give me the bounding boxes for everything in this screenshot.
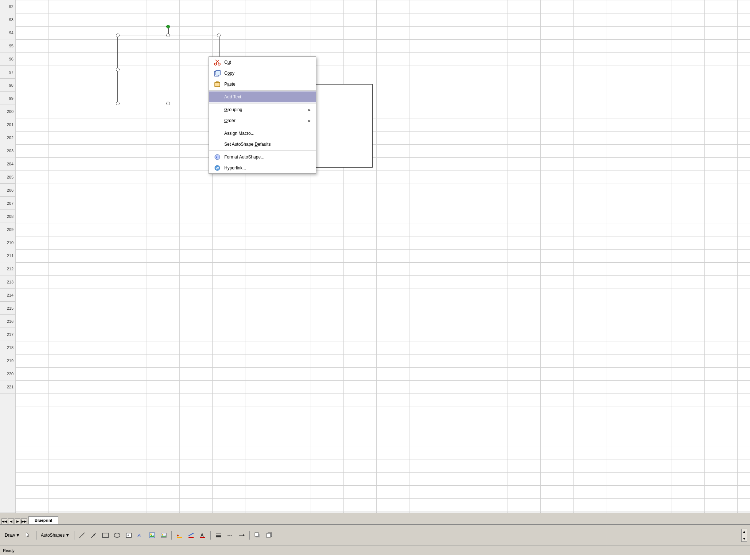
svg-point-19 bbox=[150, 533, 152, 535]
separator-4 bbox=[209, 150, 316, 151]
row-header: 212 bbox=[0, 262, 15, 275]
arrow-tool-button[interactable] bbox=[89, 530, 99, 540]
paste-icon bbox=[213, 80, 221, 88]
row-header: 208 bbox=[0, 210, 15, 223]
row-header: 93 bbox=[0, 13, 15, 26]
handle-top-right[interactable] bbox=[217, 34, 221, 37]
svg-rect-38 bbox=[267, 534, 270, 537]
clipart-button[interactable] bbox=[147, 530, 157, 540]
row-header: 214 bbox=[0, 289, 15, 302]
handle-mid-left[interactable] bbox=[116, 68, 120, 71]
draw-dropdown[interactable]: Draw ▼ bbox=[3, 530, 22, 540]
svg-text:♦: ♦ bbox=[177, 533, 179, 537]
shape-rectangle[interactable] bbox=[117, 35, 219, 104]
line-tool-button[interactable] bbox=[77, 530, 87, 540]
menu-item-format-autoshape[interactable]: Format AutoShape... bbox=[209, 152, 316, 162]
bottom-area: ◀◀ ◀ ▶ ▶▶ Blueprint Draw ▼ AutoShapes ▼ bbox=[0, 513, 750, 560]
menu-item-paste[interactable]: Paste bbox=[209, 79, 316, 90]
row-header: 98 bbox=[0, 79, 15, 92]
menu-item-assign-macro[interactable]: Assign Macro... bbox=[209, 128, 316, 139]
toolbar-sep-3 bbox=[171, 531, 172, 540]
rotation-handle[interactable] bbox=[166, 25, 170, 28]
wordart-tool-button[interactable]: A bbox=[135, 530, 145, 540]
rectangle-tool-button[interactable] bbox=[100, 530, 110, 540]
toolbar-sep-1 bbox=[36, 531, 36, 540]
svg-rect-37 bbox=[255, 533, 259, 536]
selected-shape[interactable] bbox=[114, 25, 223, 105]
insert-picture-button[interactable] bbox=[159, 530, 169, 540]
row-header: 207 bbox=[0, 197, 15, 210]
separator-1 bbox=[209, 90, 316, 91]
grouping-label: Grouping bbox=[224, 107, 308, 112]
tab-last-button[interactable]: ▶▶ bbox=[21, 518, 27, 524]
shape-rectangle-2[interactable] bbox=[314, 84, 373, 168]
menu-item-hyperlink[interactable]: W Hyperlink... bbox=[209, 162, 316, 173]
threed-button[interactable] bbox=[264, 530, 274, 540]
order-icon bbox=[213, 117, 221, 125]
context-menu: Cut Copy bbox=[209, 56, 316, 174]
tab-prev-button[interactable]: ◀ bbox=[8, 518, 14, 524]
menu-item-order[interactable]: Order ► bbox=[209, 115, 316, 126]
handle-bot-left[interactable] bbox=[116, 102, 120, 105]
tab-navigation: ◀◀ ◀ ▶ ▶▶ bbox=[0, 518, 28, 524]
format-autoshape-label: Format AutoShape... bbox=[224, 154, 311, 160]
copy-icon bbox=[213, 69, 221, 77]
svg-rect-7 bbox=[215, 82, 220, 87]
toolbar-scrollbar[interactable]: ▲ ▼ bbox=[741, 529, 747, 542]
order-label: Order bbox=[224, 118, 308, 123]
grid-content: Cut Copy bbox=[15, 0, 750, 513]
separator-2 bbox=[209, 103, 316, 103]
row-header: 218 bbox=[0, 341, 15, 354]
grouping-icon bbox=[213, 106, 221, 114]
menu-item-cut[interactable]: Cut bbox=[209, 57, 316, 68]
sheet-tabs-bar: ◀◀ ◀ ▶ ▶▶ Blueprint bbox=[0, 513, 750, 525]
tab-first-button[interactable]: ◀◀ bbox=[1, 518, 7, 524]
handle-top-center[interactable] bbox=[166, 34, 170, 37]
row-header: 206 bbox=[0, 184, 15, 197]
paste-label: Paste bbox=[224, 82, 311, 87]
oval-tool-button[interactable] bbox=[112, 530, 122, 540]
handle-top-left[interactable] bbox=[116, 34, 120, 37]
menu-item-add-text[interactable]: Add Text bbox=[209, 91, 316, 102]
svg-point-22 bbox=[162, 534, 163, 535]
menu-item-set-autoshape[interactable]: Set AutoShape Defaults bbox=[209, 139, 316, 150]
autoshapes-dropdown[interactable]: AutoShapes ▼ bbox=[39, 530, 71, 540]
line-style-button[interactable] bbox=[213, 530, 224, 540]
row-header: 94 bbox=[0, 26, 15, 39]
menu-item-grouping[interactable]: Grouping ► bbox=[209, 104, 316, 115]
row-header: 210 bbox=[0, 236, 15, 249]
separator-3 bbox=[209, 127, 316, 127]
status-text: Ready bbox=[3, 548, 15, 553]
row-header: 209 bbox=[0, 223, 15, 236]
menu-item-copy[interactable]: Copy bbox=[209, 68, 316, 79]
scrollbar-up-icon[interactable]: ▲ bbox=[743, 530, 746, 533]
shadow-button[interactable] bbox=[252, 530, 263, 540]
sheet-tab-blueprint[interactable]: Blueprint bbox=[28, 516, 58, 524]
tab-next-button[interactable]: ▶ bbox=[15, 518, 20, 524]
row-header: 220 bbox=[0, 367, 15, 380]
arrow-style-button[interactable] bbox=[237, 530, 247, 540]
svg-marker-35 bbox=[243, 534, 245, 536]
row-header: 99 bbox=[0, 92, 15, 105]
select-cursor-button[interactable] bbox=[23, 530, 34, 540]
sheet-tab-label: Blueprint bbox=[35, 518, 52, 522]
row-header: 97 bbox=[0, 66, 15, 79]
handle-bot-center[interactable] bbox=[166, 102, 170, 105]
hyperlink-icon: W bbox=[213, 164, 221, 172]
dash-style-button[interactable] bbox=[225, 530, 235, 540]
row-header: 96 bbox=[0, 52, 15, 66]
toolbar-sep-2 bbox=[74, 531, 74, 540]
textbox-tool-button[interactable]: A bbox=[124, 530, 134, 540]
row-header: 203 bbox=[0, 144, 15, 157]
font-color-button[interactable]: A bbox=[198, 530, 208, 540]
svg-marker-11 bbox=[26, 532, 29, 537]
cut-icon bbox=[213, 58, 221, 66]
row-header: 217 bbox=[0, 328, 15, 341]
line-color-button[interactable] bbox=[186, 530, 196, 540]
grouping-arrow-icon: ► bbox=[308, 108, 311, 112]
svg-rect-21 bbox=[161, 533, 166, 537]
svg-rect-29 bbox=[200, 537, 205, 538]
scrollbar-down-icon[interactable]: ▼ bbox=[743, 537, 746, 541]
fill-color-button[interactable]: ♦ bbox=[174, 530, 184, 540]
row-header: 204 bbox=[0, 157, 15, 171]
